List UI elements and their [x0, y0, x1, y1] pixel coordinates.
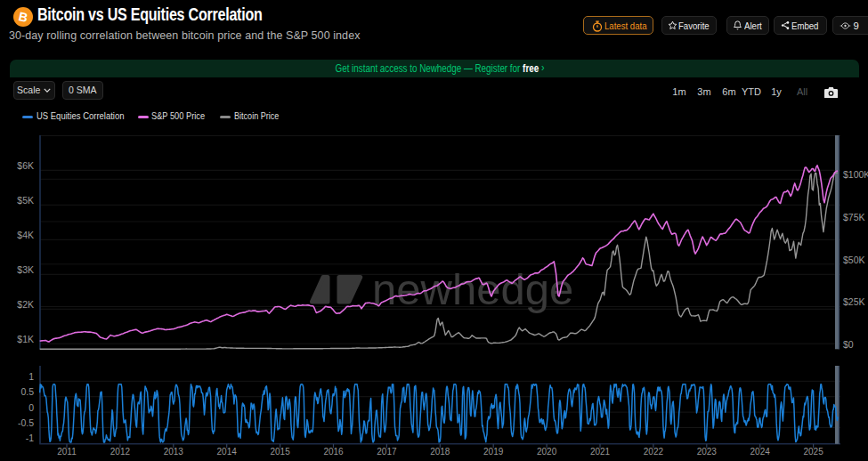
- svg-text:$0: $0: [843, 339, 854, 350]
- svg-text:0: 0: [28, 402, 34, 413]
- svg-text:2015: 2015: [270, 447, 290, 457]
- svg-text:$1K: $1K: [17, 334, 34, 344]
- svg-text:2023: 2023: [697, 447, 718, 457]
- svg-text:2020: 2020: [537, 447, 557, 457]
- svg-text:2018: 2018: [430, 447, 450, 457]
- svg-text:1: 1: [28, 371, 34, 382]
- svg-text:newhedge: newhedge: [372, 265, 573, 313]
- svg-text:-0.5: -0.5: [18, 417, 34, 428]
- svg-text:2016: 2016: [323, 447, 344, 457]
- svg-text:0.5: 0.5: [20, 386, 34, 397]
- svg-text:2024: 2024: [750, 447, 771, 457]
- svg-text:2025: 2025: [803, 447, 823, 457]
- svg-text:$2K: $2K: [17, 299, 34, 310]
- svg-text:$4K: $4K: [17, 230, 34, 240]
- svg-text:$3K: $3K: [17, 264, 34, 275]
- svg-text:$75K: $75K: [843, 212, 865, 222]
- svg-text:2021: 2021: [590, 447, 611, 457]
- svg-text:2013: 2013: [164, 447, 184, 457]
- svg-text:-1: -1: [26, 433, 34, 443]
- svg-text:$6K: $6K: [17, 160, 34, 171]
- svg-text:$25K: $25K: [843, 296, 865, 307]
- svg-text:2014: 2014: [217, 447, 238, 457]
- svg-text:$5K: $5K: [17, 195, 34, 206]
- svg-text:2012: 2012: [110, 447, 131, 457]
- svg-text:2011: 2011: [57, 447, 77, 457]
- svg-text:$100K: $100K: [843, 169, 868, 180]
- svg-text:2022: 2022: [644, 447, 664, 457]
- svg-text:$50K: $50K: [843, 255, 865, 265]
- svg-text:2019: 2019: [483, 447, 504, 457]
- svg-text:2017: 2017: [377, 447, 397, 457]
